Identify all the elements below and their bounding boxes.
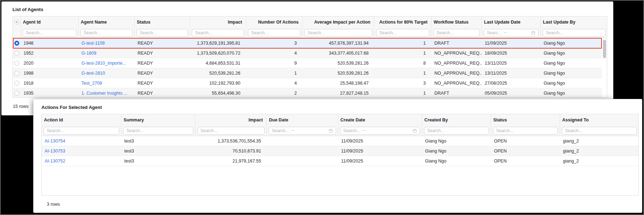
cell-action_id: AI-130752	[42, 156, 121, 166]
calendar-icon[interactable]	[329, 129, 333, 133]
column-header-due_date[interactable]: Due Date	[267, 114, 338, 125]
search-input-action_id[interactable]: Search...	[44, 127, 119, 135]
row-select-radio[interactable]	[14, 91, 19, 96]
cell-assigned_to: giang_2	[560, 136, 639, 146]
cell-status: OPEN	[491, 146, 560, 156]
agent-table-header: Agent IdAgent NameStatusImpactNumber Of …	[13, 16, 607, 38]
agent-header-filters-row: Search...Search...Search...Search...Sear…	[13, 28, 607, 38]
action-link-action_id[interactable]: AI-130754	[45, 139, 65, 144]
column-header-status[interactable]: Status	[135, 16, 190, 28]
column-header-last_update_by[interactable]: Last Update By	[541, 16, 607, 28]
agent-table-body: 1946G-test-1109READY1,373,629,191,395.81…	[13, 38, 607, 98]
search-input-status[interactable]: Search...	[493, 127, 558, 135]
cell-status: READY	[135, 78, 190, 88]
cell-last_update_date: 13/11/2025	[482, 68, 541, 78]
actions-panel-title: Actions For Selected Agent	[41, 105, 102, 110]
cell-status: OPEN	[491, 136, 560, 146]
search-input-workflow_status[interactable]: Search...	[433, 29, 480, 37]
calendar-icon[interactable]	[531, 31, 535, 35]
search-placeholder: Search...	[140, 30, 157, 35]
agents-panel-title: List of Agents	[13, 7, 43, 12]
column-header-action_id[interactable]: Action Id	[42, 114, 121, 125]
agent-row[interactable]: 1946G-test-1109READY1,373,629,191,395.81…	[13, 38, 602, 48]
column-header-last_update_date[interactable]: Last Update Date	[482, 16, 541, 28]
agent-link-agent_name[interactable]: G-test-2810	[81, 71, 105, 76]
column-header-created_by[interactable]: Created By	[422, 114, 491, 125]
cell-impact: 21,979,167.55	[195, 156, 267, 166]
column-header-actions_80[interactable]: Actions for 80% Target	[374, 16, 431, 28]
agent-link-agent_name[interactable]: G-test-1109	[81, 41, 105, 46]
column-header-summary[interactable]: Summary	[121, 114, 195, 125]
search-input-impact[interactable]: Search...	[192, 29, 244, 37]
search-input-create_date[interactable]: Search...⇀	[340, 127, 420, 135]
cell-agent_name: Test_2708	[79, 78, 135, 88]
column-header-status[interactable]: Status	[491, 114, 560, 125]
column-header-impact[interactable]: Impact	[190, 16, 246, 28]
action-row[interactable]: AI-130754test31,373,536,701,554.3511/09/…	[42, 136, 638, 146]
search-placeholder: Searc...	[487, 30, 501, 35]
search-input-last_update_by[interactable]: Search...	[543, 29, 605, 37]
search-input-created_by[interactable]: Search...	[424, 127, 489, 135]
search-input-avg_impact[interactable]: Search...	[304, 29, 372, 37]
agent-link-agent_name[interactable]: G-test-2810_importe...	[81, 61, 126, 66]
select-all-radio[interactable]	[14, 20, 19, 25]
column-header-agent_id[interactable]: Agent Id	[21, 16, 79, 28]
search-input-agent_name[interactable]: Search...	[80, 29, 133, 37]
action-link-action_id[interactable]: AI-130752	[45, 159, 65, 164]
search-input-summary[interactable]: Search...	[123, 127, 193, 135]
agent-row[interactable]: 1988G-test-2810READY520,539,281.261520,5…	[13, 68, 602, 78]
filter-cell-summary: Search...	[121, 125, 195, 136]
search-input-impact[interactable]: Search...	[197, 127, 265, 135]
search-input-agent_id[interactable]: Search...	[23, 29, 76, 37]
column-header-impact[interactable]: Impact	[195, 114, 267, 125]
row-select-radio[interactable]	[14, 71, 19, 76]
search-input-num_actions[interactable]: Search...	[248, 29, 300, 37]
cell-last_update_by: Giang Ngo	[541, 38, 607, 48]
column-header-avg_impact[interactable]: Average Impact per Action	[303, 16, 374, 28]
column-header-assigned_to[interactable]: Assigned To	[560, 114, 639, 125]
column-header-create_date[interactable]: Create Date	[338, 114, 422, 125]
column-header-select	[13, 16, 21, 28]
filter-cell-impact: Search...	[190, 28, 246, 38]
action-row[interactable]: AI-130752test321,979,167.5511/09/2025Gia…	[42, 156, 638, 166]
agent-link-agent_name[interactable]: Test_2708	[81, 81, 102, 86]
row-select-radio[interactable]	[14, 41, 19, 46]
filter-cell-status: Search...	[135, 28, 190, 38]
action-link-action_id[interactable]: AI-130753	[45, 149, 65, 154]
cell-impact: 1,373,509,620,070.72	[190, 48, 246, 58]
search-input-due_date[interactable]: Search...⇀	[269, 127, 336, 135]
search-input-actions_80[interactable]: Search...	[376, 29, 429, 37]
cell-action_id: AI-130753	[42, 146, 121, 156]
actions-panel: Actions For Selected Agent Action IdSumm…	[33, 99, 642, 213]
agent-row[interactable]: 19351. Customer Insights ...READY55,654,…	[13, 88, 602, 98]
agent-link-agent_name[interactable]: 1. Customer Insights ...	[81, 91, 128, 96]
row-select-radio[interactable]	[14, 61, 19, 66]
vertical-scrollbar-thumb[interactable]	[603, 40, 606, 58]
cell-due_date	[267, 136, 338, 146]
column-header-agent_name[interactable]: Agent Name	[79, 16, 135, 28]
cell-create_date: 11/09/2025	[338, 156, 422, 166]
column-header-num_actions[interactable]: Number Of Actions	[246, 16, 303, 28]
desktop-background: List of Agents Agent IdAgent NameStatusI…	[0, 0, 644, 215]
column-header-workflow_status[interactable]: Workflow Status	[431, 16, 482, 28]
filter-cell-agent_name: Search...	[79, 28, 135, 38]
cell-select	[13, 88, 21, 98]
agent-row[interactable]: 1952G-1809READY1,373,509,620,070.724343,…	[13, 48, 602, 58]
agent-row[interactable]: 1918Test_2708READY102,192,793.90425,548,…	[13, 78, 602, 88]
action-row[interactable]: AI-130753test370,510,673.9111/09/2025Gia…	[42, 146, 638, 156]
cell-last_update_by: Giang Ngo	[541, 78, 607, 88]
cell-last_update_by: Giang Ngo	[541, 68, 607, 78]
search-input-last_update_date[interactable]: Searc...⇀	[484, 29, 539, 37]
calendar-icon[interactable]	[413, 129, 417, 133]
row-select-radio[interactable]	[14, 51, 19, 56]
cell-avg_impact: 25,548,198.47	[303, 78, 374, 88]
cell-agent_id: 1988	[21, 68, 79, 78]
cell-agent_id: 1946	[21, 38, 79, 48]
agent-link-agent_name[interactable]: G-1809	[81, 51, 96, 56]
row-select-radio[interactable]	[14, 81, 19, 86]
search-input-status[interactable]: Search...	[136, 29, 188, 37]
agent-row[interactable]: 2020G-test-2810_importe...READY4,684,853…	[13, 58, 602, 68]
filter-cell-workflow_status: Search...	[431, 28, 482, 38]
cell-actions_80: 3	[374, 78, 431, 88]
search-input-assigned_to[interactable]: Search...	[562, 127, 637, 135]
